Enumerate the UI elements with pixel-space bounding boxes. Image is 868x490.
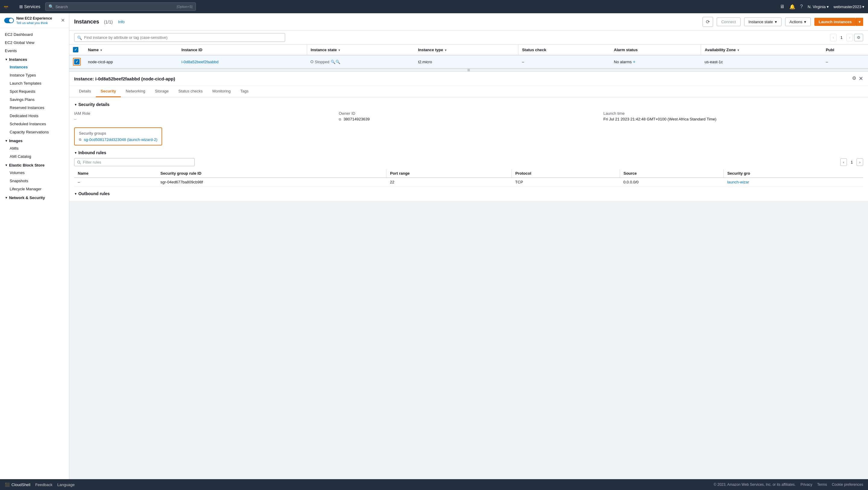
help-icon[interactable]: ?	[800, 4, 803, 9]
launch-time-value: Fri Jul 21 2023 21:42:48 GMT+0100 (West …	[603, 117, 863, 121]
global-search[interactable]: 🔍 [Option+S]	[45, 2, 196, 11]
tab-storage[interactable]: Storage	[150, 86, 174, 97]
rules-filter-input[interactable]	[74, 158, 195, 166]
sidebar-item-launch-templates[interactable]: Launch Templates	[5, 79, 69, 87]
rules-prev-button[interactable]: ‹	[840, 158, 847, 166]
aws-logo[interactable]: aws	[4, 3, 14, 10]
sidebar-item-events[interactable]: Events	[0, 47, 69, 55]
sidebar-item-spot-requests[interactable]: Spot Requests	[5, 87, 69, 95]
sidebar-item-reserved-instances[interactable]: Reserved Instances	[5, 104, 69, 112]
toggle-switch[interactable]	[4, 18, 14, 23]
copy-sg-icon[interactable]: ⧉	[79, 138, 82, 141]
chevron-down-icon: ▾	[775, 20, 777, 24]
sidebar-section-instances[interactable]: Instances	[0, 55, 69, 63]
sidebar-item-ec2-dashboard[interactable]: EC2 Dashboard	[0, 30, 69, 38]
row-checkbox-cell[interactable]	[69, 55, 84, 68]
main-content: Instances (1/1) Info ⟳ Connect Instance …	[69, 13, 868, 479]
sidebar-section-images[interactable]: Images	[0, 136, 69, 144]
user-menu[interactable]: webmaster2023 ▾	[834, 4, 865, 9]
rule-sg[interactable]: launch-wizar	[724, 178, 863, 187]
tab-networking[interactable]: Networking	[121, 86, 150, 97]
sidebar-item-scheduled-instances[interactable]: Scheduled Instances	[5, 120, 69, 128]
tab-security[interactable]: Security	[96, 86, 121, 97]
state-dot	[310, 60, 313, 63]
sidebar-item-volumes[interactable]: Volumes	[5, 169, 69, 177]
rule-port: 22	[386, 178, 512, 187]
table-header-checkbox[interactable]	[69, 44, 84, 55]
terms-link[interactable]: Terms	[817, 483, 827, 487]
prev-page-button[interactable]: ‹	[830, 34, 837, 41]
bell-icon[interactable]: 🔔	[789, 4, 795, 10]
cookies-link[interactable]: Cookie preferences	[832, 483, 863, 487]
instance-state-button[interactable]: Instance state ▾	[744, 18, 781, 26]
sidebar-item-lifecycle-manager[interactable]: Lifecycle Manager	[5, 185, 69, 193]
rules-col-name: Name	[74, 169, 157, 178]
language-link[interactable]: Language	[57, 483, 75, 487]
row-checkbox-highlight	[73, 58, 81, 66]
tab-status-checks[interactable]: Status checks	[174, 86, 208, 97]
sidebar-item-snapshots[interactable]: Snapshots	[5, 177, 69, 185]
sidebar-item-ec2-global-view[interactable]: EC2 Global View	[0, 38, 69, 47]
sidebar-item-capacity-reservations[interactable]: Capacity Reservations	[5, 128, 69, 136]
footer-right: © 2023, Amazon Web Services, Inc. or its…	[714, 483, 863, 487]
search-input[interactable]	[56, 4, 176, 9]
sidebar-sub-instances: Instances Instance Types Launch Template…	[0, 63, 69, 136]
privacy-link[interactable]: Privacy	[801, 483, 812, 487]
copy-icon[interactable]: ⧉	[339, 118, 341, 121]
detail-panel: Instance: i-0d8a52beef2faabbd (node-cicd…	[69, 68, 868, 201]
new-experience-toggle: New EC2 Experience Tell us what you thin…	[4, 16, 52, 25]
outbound-rules-header[interactable]: Outbound rules	[74, 191, 863, 196]
rules-col-sg: Security gro	[724, 169, 863, 178]
region-selector[interactable]: N. Virginia ▾	[808, 4, 829, 9]
col-az: Availability Zone ▾	[701, 44, 822, 55]
col-state: Instance state ▾	[307, 44, 414, 55]
rules-pagination: ‹ 1 ›	[840, 158, 863, 166]
select-all-checkbox[interactable]	[73, 47, 79, 53]
toggle-sub-link[interactable]: Tell us what you think	[16, 21, 52, 25]
sidebar-item-ami-catalog[interactable]: AMI Catalog	[5, 153, 69, 161]
sidebar-item-instances[interactable]: Instances	[5, 63, 69, 71]
detail-close-icon[interactable]: ✕	[859, 75, 863, 82]
sidebar-section-ebs[interactable]: Elastic Block Store	[0, 161, 69, 169]
security-group-link[interactable]: ⧉ sg-0cd508172dd323048 (launch-wizard-2)	[79, 137, 157, 142]
sidebar-item-dedicated-hosts[interactable]: Dedicated Hosts	[5, 112, 69, 120]
sidebar-section-network-security[interactable]: Network & Security	[0, 193, 69, 201]
instances-title: Instances	[74, 19, 99, 25]
refresh-button[interactable]: ⟳	[703, 17, 713, 27]
add-alarm-icon[interactable]: +	[633, 59, 635, 64]
sidebar-item-instance-types[interactable]: Instance Types	[5, 71, 69, 79]
instances-search-input[interactable]	[74, 33, 285, 42]
state-stopped-badge: Stopped 🔍🔍	[310, 60, 411, 64]
launch-instances-dropdown[interactable]: ▾	[856, 18, 863, 26]
detail-resize-bar[interactable]	[69, 69, 868, 72]
cloudshell-button[interactable]: ⬛ CloudShell	[5, 483, 30, 487]
sidebar-item-savings-plans[interactable]: Savings Plans	[5, 95, 69, 104]
tab-monitoring[interactable]: Monitoring	[208, 86, 236, 97]
monitor-icon[interactable]: 🖥	[780, 4, 784, 9]
next-page-button[interactable]: ›	[846, 34, 853, 41]
owner-id-label: Owner ID	[339, 111, 598, 116]
owner-id-field: Owner ID ⧉ 380714923639	[339, 111, 598, 121]
copyright-text: © 2023, Amazon Web Services, Inc. or its…	[714, 483, 796, 487]
info-link[interactable]: Info	[118, 20, 125, 24]
rules-col-protocol: Protocol	[512, 169, 620, 178]
tab-tags[interactable]: Tags	[236, 86, 253, 97]
launch-instances-button[interactable]: Launch instances	[814, 18, 856, 26]
feedback-link[interactable]: Feedback	[35, 483, 53, 487]
services-menu[interactable]: ⊞ Services	[17, 3, 43, 10]
row-checkbox[interactable]	[74, 59, 80, 64]
sidebar-sub-images: AMIs AMI Catalog	[0, 144, 69, 161]
rules-next-button[interactable]: ›	[857, 158, 863, 166]
connect-button[interactable]: Connect	[717, 18, 740, 26]
sidebar-item-amis[interactable]: AMIs	[5, 144, 69, 153]
rule-sg-link[interactable]: launch-wizar	[727, 180, 749, 184]
actions-button[interactable]: Actions ▾	[785, 18, 811, 26]
iam-role-value: –	[74, 117, 334, 121]
sidebar-close-icon[interactable]: ✕	[61, 18, 65, 23]
table-settings-button[interactable]: ⚙	[854, 34, 863, 41]
row-name: node-cicd-app	[84, 55, 178, 68]
detail-gear-icon[interactable]: ⚙	[852, 75, 856, 82]
footer: ⬛ CloudShell Feedback Language © 2023, A…	[0, 479, 868, 490]
tab-details[interactable]: Details	[74, 86, 96, 97]
instance-id-link[interactable]: i-0d8a52beef2faabbd	[181, 60, 218, 64]
